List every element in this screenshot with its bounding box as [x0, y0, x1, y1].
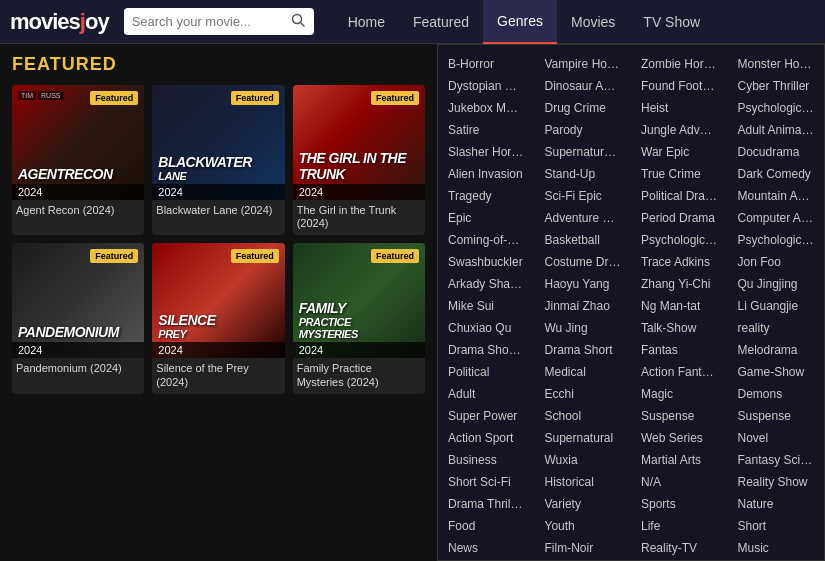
nav-genres[interactable]: Genres	[483, 0, 557, 44]
genre-item[interactable]: School	[535, 405, 632, 427]
genre-item[interactable]: Monster Horror	[728, 53, 825, 75]
genre-item[interactable]: Game-Show	[728, 361, 825, 383]
genre-item[interactable]: Nature	[728, 493, 825, 515]
nav-tvshow[interactable]: TV Show	[629, 0, 714, 44]
genre-item[interactable]: Basketball	[535, 229, 632, 251]
genre-item[interactable]: Cyber Thriller	[728, 75, 825, 97]
genre-item[interactable]: War Epic	[631, 141, 728, 163]
search-button[interactable]	[284, 8, 312, 35]
genre-item[interactable]: Ng Man-tat	[631, 295, 728, 317]
genre-item[interactable]: Super Power	[438, 405, 535, 427]
genre-item[interactable]: Jon Foo	[728, 251, 825, 273]
genre-item[interactable]: Music	[728, 537, 825, 559]
genre-item[interactable]: Drama Thriller My...	[438, 493, 535, 515]
genre-item[interactable]: Sci-Fi Epic	[535, 185, 632, 207]
genre-item[interactable]: Zhang Yi-Chi	[631, 273, 728, 295]
genre-item[interactable]: Web Series	[631, 427, 728, 449]
genre-item[interactable]: Sports	[631, 493, 728, 515]
genre-item[interactable]: Vampire Horror	[535, 53, 632, 75]
nav-home[interactable]: Home	[334, 0, 399, 44]
genre-item[interactable]: Swashbuckler	[438, 251, 535, 273]
genre-item[interactable]: Ecchi	[535, 383, 632, 405]
genre-item[interactable]: Psychological Dr...	[728, 97, 825, 119]
genre-item[interactable]: Supernatural Hor...	[535, 141, 632, 163]
movie-card-blackwater-lane[interactable]: BLACKWATERLANE Featured 2024 Blackwater …	[152, 85, 284, 235]
genre-item[interactable]: Action Sport	[438, 427, 535, 449]
genre-item[interactable]: Martial Arts	[631, 449, 728, 471]
genre-item[interactable]: Youth	[535, 515, 632, 537]
movie-card-silence-prey[interactable]: SILENCEPREY Featured 2024 Silence of the…	[152, 243, 284, 393]
genre-item[interactable]: Mountain Advent...	[728, 185, 825, 207]
genre-item[interactable]: Drama Short Sci-Fi	[438, 339, 535, 361]
genre-item[interactable]: Stand-Up	[535, 163, 632, 185]
genre-item[interactable]: Epic	[438, 207, 535, 229]
genre-item[interactable]: Short Sci-Fi	[438, 471, 535, 493]
genre-item[interactable]: Arkady Sharогра...	[438, 273, 535, 295]
genre-item[interactable]: Zombie Horror	[631, 53, 728, 75]
genre-item[interactable]: Jukebox Musical	[438, 97, 535, 119]
genre-item[interactable]: Fantas	[631, 339, 728, 361]
genre-item[interactable]: Psychological Thr...	[631, 229, 728, 251]
logo[interactable]: moviesjoy	[10, 9, 109, 35]
genre-item[interactable]: Satire	[438, 119, 535, 141]
genre-item[interactable]: N/A	[631, 471, 728, 493]
genre-item[interactable]: Historical	[535, 471, 632, 493]
genre-item[interactable]: Magic	[631, 383, 728, 405]
genre-item[interactable]: Li Guangjie	[728, 295, 825, 317]
genre-item[interactable]: Novel	[728, 427, 825, 449]
genre-item[interactable]: Costume Drama	[535, 251, 632, 273]
genre-item[interactable]: Docudrama	[728, 141, 825, 163]
genre-item[interactable]: reality	[728, 317, 825, 339]
genre-item[interactable]: News	[438, 537, 535, 559]
genre-item[interactable]: Political	[438, 361, 535, 383]
search-box[interactable]	[124, 8, 314, 35]
genre-item[interactable]: Film-Noir	[535, 537, 632, 559]
genre-item[interactable]: Variety	[535, 493, 632, 515]
genre-item[interactable]: Short	[728, 515, 825, 537]
genre-item[interactable]: Drama Short	[535, 339, 632, 361]
genre-item[interactable]: Qu Jingjing	[728, 273, 825, 295]
genre-item[interactable]: Period Drama	[631, 207, 728, 229]
genre-item[interactable]: Mike Sui	[438, 295, 535, 317]
genre-item[interactable]: Adventure Epic	[535, 207, 632, 229]
genre-item[interactable]: Suspense	[728, 405, 825, 427]
genre-item[interactable]: B-Horror	[438, 53, 535, 75]
movie-card-agent-recon[interactable]: TIMRUSS AGENTRECON Featured 2024 Agent R…	[12, 85, 144, 235]
nav-featured[interactable]: Featured	[399, 0, 483, 44]
genre-item[interactable]: True Crime	[631, 163, 728, 185]
genre-item[interactable]: Reality-TV	[631, 537, 728, 559]
search-input[interactable]	[124, 9, 284, 34]
genre-item[interactable]: Alien Invasion	[438, 163, 535, 185]
genre-item[interactable]: Dinosaur Advent...	[535, 75, 632, 97]
movie-card-pandemonium[interactable]: PANDEMONIUM Featured 2024 Pandemonium (2…	[12, 243, 144, 393]
genre-item[interactable]: Food	[438, 515, 535, 537]
genre-item[interactable]: Life	[631, 515, 728, 537]
genre-item[interactable]: Demons	[728, 383, 825, 405]
genre-item[interactable]: Reality Show	[728, 471, 825, 493]
genre-item[interactable]: Action Fantasy	[631, 361, 728, 383]
genre-item[interactable]: Suspense	[631, 405, 728, 427]
genre-item[interactable]: Computer Anima...	[728, 207, 825, 229]
genre-item[interactable]: Dark Comedy	[728, 163, 825, 185]
genre-item[interactable]: Parody	[535, 119, 632, 141]
genre-item[interactable]: Wuxia	[535, 449, 632, 471]
genre-item[interactable]: Fantasy Sci-Fi	[728, 449, 825, 471]
genre-item[interactable]: Psychological Ho...	[728, 229, 825, 251]
genre-item[interactable]: Drug Crime	[535, 97, 632, 119]
movie-card-family-practice[interactable]: FAMILYPRACTICEMYSTERIES Featured 2024 Fa…	[293, 243, 425, 393]
genre-item[interactable]: Found Footage H...	[631, 75, 728, 97]
genre-item[interactable]: Dystopian Sci-Fi	[438, 75, 535, 97]
movie-card-girl-in-trunk[interactable]: THE GIRL IN THE TRUNK Featured 2024 The …	[293, 85, 425, 235]
genre-item[interactable]: Business	[438, 449, 535, 471]
genre-item[interactable]: Trace Adkins	[631, 251, 728, 273]
genre-item[interactable]: Talk-Show	[631, 317, 728, 339]
genre-item[interactable]: Chuxiao Qu	[438, 317, 535, 339]
genre-item[interactable]: Jungle Adventure	[631, 119, 728, 141]
genre-item[interactable]: Jinmai Zhao	[535, 295, 632, 317]
genre-item[interactable]: Tragedy	[438, 185, 535, 207]
genre-item[interactable]: Political Drama	[631, 185, 728, 207]
nav-movies[interactable]: Movies	[557, 0, 629, 44]
genre-item[interactable]: Slasher Horror	[438, 141, 535, 163]
genre-item[interactable]: Medical	[535, 361, 632, 383]
genre-item[interactable]: Supernatural	[535, 427, 632, 449]
